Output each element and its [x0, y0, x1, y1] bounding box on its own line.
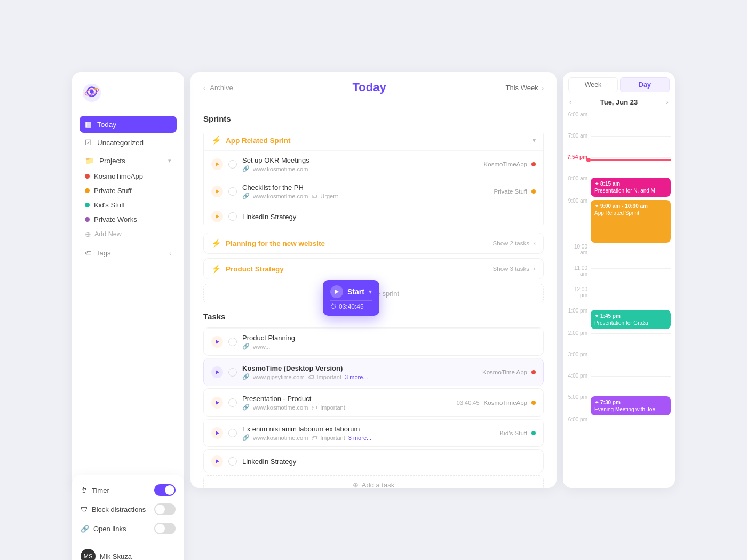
time-slot-2pm: 2:00 pm [563, 330, 675, 351]
sprint-icon: ⚡ [211, 264, 221, 274]
projects-list: KosmoTimeApp Private Stuff Kid's Stuff P… [80, 169, 177, 244]
project-private-stuff[interactable]: Private Stuff [80, 183, 177, 198]
task-checkbox[interactable] [228, 212, 237, 221]
time-slot-12pm: 12:00 pm [563, 286, 675, 308]
this-week-button[interactable]: This Week › [505, 84, 544, 92]
task-info: KosmoTime (Desktop Version) 🔗 www.gipsyt… [242, 364, 477, 380]
today-icon: ▦ [85, 120, 92, 129]
play-button[interactable] [211, 427, 223, 439]
project-kids-stuff[interactable]: Kid's Stuff [80, 198, 177, 212]
start-overlay: Start ▾ ⏱ 03:40:45 [323, 280, 379, 316]
svg-marker-8 [216, 340, 219, 344]
task-row: Ex enim nisi anim laborum ex laborum 🔗 w… [204, 419, 543, 446]
play-button[interactable] [211, 455, 223, 467]
svg-marker-12 [216, 459, 219, 463]
open-links-label: 🔗 Open links [81, 525, 126, 533]
task-info: Presentation - Product 🔗 www.kosmotime.c… [242, 395, 451, 411]
calendar-date: Tue, Jun 23 [600, 98, 638, 106]
start-play-button[interactable] [330, 285, 343, 298]
svg-marker-7 [216, 214, 219, 219]
task-checkbox[interactable] [228, 398, 237, 407]
task-row: Checklist for the PH 🔗 www.kosmotime.com… [204, 178, 543, 205]
task-card: LinkedIn Strategy [203, 449, 544, 473]
block-distractions-row: 🛡 Block distractions [81, 503, 176, 515]
sidebar-item-today[interactable]: ▦ Today [80, 116, 177, 133]
task-card-active: KosmoTime (Desktop Version) 🔗 www.gipsyt… [203, 358, 544, 386]
task-row-active: KosmoTime (Desktop Version) 🔗 www.gipsyt… [204, 358, 543, 386]
sprint-expand-btn[interactable]: ▾ [533, 137, 536, 144]
tab-week[interactable]: Week [568, 77, 618, 92]
task-right: KosmoTime App [482, 369, 536, 375]
add-task-button[interactable]: ⊕ Add a task [203, 475, 544, 488]
task-row: Product Planning 🔗 www... [204, 328, 543, 355]
calendar-event-presentation-n-m[interactable]: ✦8:15 am Presentation for N. and M [591, 178, 671, 197]
project-dot [85, 188, 90, 193]
calendar-event-evening-meeting[interactable]: ✦7:30 pm Evening Meeting with Joe [591, 396, 671, 415]
time-slot-3pm: 3:00 pm [563, 351, 675, 373]
sprint-show-more[interactable]: Show 2 tasks [493, 240, 529, 246]
svg-marker-6 [216, 189, 219, 194]
project-badge [531, 162, 536, 166]
calendar-date-nav: ‹ Tue, Jun 23 › [563, 92, 675, 111]
timer-toggle[interactable] [154, 484, 176, 496]
task-info: Set up OKR Meetings 🔗 www.kosmotime.com [242, 156, 479, 172]
prev-day-button[interactable]: ‹ [569, 98, 572, 106]
calendar-event-presentation-graza[interactable]: ✦1:45 pm Presentation for Graža [591, 310, 671, 329]
app-logo [80, 83, 177, 103]
task-right: 03:40:45 KosmoTimeApp [457, 399, 536, 406]
play-button[interactable] [211, 397, 223, 409]
open-links-toggle[interactable] [154, 523, 176, 534]
tab-day[interactable]: Day [620, 77, 670, 92]
calendar-event-app-related-sprint[interactable]: ✦9:00 am - 10:30 am App Related Sprint [591, 200, 671, 243]
sprint-card-product-strategy: ⚡ Product Strategy Show 3 tasks ‹ [203, 258, 544, 279]
project-private-works[interactable]: Private Works [80, 212, 177, 227]
time-slot-10am: 10:00 am [563, 244, 675, 265]
sprint-show-more[interactable]: Show 3 tasks [493, 266, 529, 272]
sprints-title: Sprints [203, 114, 544, 123]
task-checkbox[interactable] [228, 429, 237, 437]
svg-marker-5 [216, 162, 219, 166]
svg-marker-9 [216, 370, 219, 374]
play-button[interactable] [211, 366, 223, 378]
project-badge [531, 431, 536, 435]
start-label: Start [347, 287, 364, 296]
time-slot-6pm: 6:00 pm [563, 417, 675, 438]
play-button[interactable] [211, 158, 223, 170]
task-info: Product Planning 🔗 www... [242, 334, 536, 350]
user-name: Mik Skuza [100, 553, 132, 561]
sprint-icon: ⚡ [211, 238, 221, 248]
play-button[interactable] [211, 186, 223, 197]
task-checkbox[interactable] [228, 338, 237, 346]
task-checkbox[interactable] [228, 160, 237, 169]
task-card: Presentation - Product 🔗 www.kosmotime.c… [203, 388, 544, 417]
sidebar-item-projects[interactable]: 📁 Projects ▾ [80, 152, 177, 169]
block-distractions-toggle[interactable] [154, 503, 176, 515]
archive-nav[interactable]: ‹ Archive [203, 84, 233, 92]
sprint-header: ⚡ App Related Sprint ▾ [204, 130, 543, 150]
task-row: LinkedIn Strategy [204, 205, 543, 228]
current-time-line [591, 159, 671, 161]
start-chevron[interactable]: ▾ [369, 288, 372, 295]
task-checkbox[interactable] [228, 368, 237, 377]
task-info: LinkedIn Strategy [242, 213, 536, 221]
sidebar-nav: ▦ Today ☑ Uncategorized 📁 Projects ▾ [80, 116, 177, 169]
next-day-button[interactable]: › [666, 98, 669, 106]
calendar-timeline: 6:00 am 7:00 am 7:54 pm 8:00 [563, 111, 675, 488]
play-button[interactable] [211, 211, 223, 222]
project-badge [531, 370, 536, 374]
project-kosmotimeapp[interactable]: KosmoTimeApp [80, 169, 177, 183]
block-distractions-label: 🛡 Block distractions [81, 506, 146, 514]
sidebar-item-uncategorized[interactable]: ☑ Uncategorized [80, 134, 177, 151]
timer-row: ⏱ Timer [81, 484, 176, 496]
svg-point-4 [95, 88, 97, 90]
task-row: Presentation - Product 🔗 www.kosmotime.c… [204, 389, 543, 416]
tags-section[interactable]: 🏷 Tags ‹ [80, 244, 177, 257]
time-slot-current: 7:54 pm [563, 154, 675, 175]
add-new-project[interactable]: ⊕ Add New [80, 227, 177, 242]
play-button[interactable] [211, 336, 223, 348]
task-right: KosmoTimeApp [484, 161, 536, 167]
sprint-card-planning: ⚡ Planning for the new website Show 2 ta… [203, 233, 544, 254]
task-checkbox[interactable] [228, 187, 237, 196]
calendar-tabs: Week Day [563, 72, 675, 92]
task-checkbox[interactable] [228, 457, 237, 466]
